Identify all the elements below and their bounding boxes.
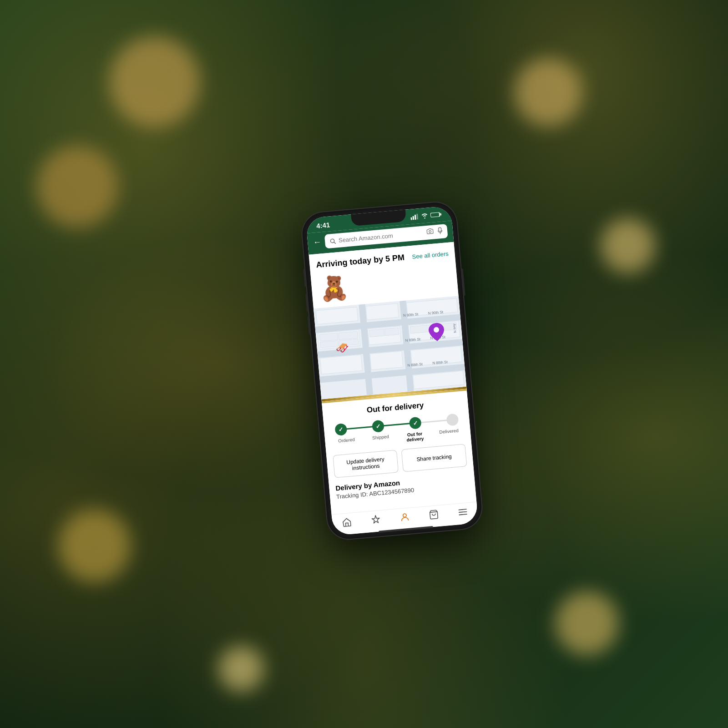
battery-icon <box>430 212 442 219</box>
status-icons <box>410 211 442 221</box>
update-delivery-button[interactable]: Update delivery instructions <box>333 450 399 478</box>
nav-cart[interactable] <box>429 509 440 520</box>
svg-rect-23 <box>370 351 403 370</box>
account-icon <box>399 512 410 523</box>
phone-wrapper: 4:41 ← <box>301 201 483 541</box>
svg-point-9 <box>429 230 431 233</box>
svg-rect-32 <box>369 329 384 337</box>
svg-rect-28 <box>319 333 338 341</box>
map-svg: N 90th St N 90th St N 89th St N 89th St … <box>313 296 466 399</box>
back-button[interactable]: ← <box>313 237 322 247</box>
nav-menu[interactable] <box>457 507 468 516</box>
nav-spark[interactable] <box>370 514 381 525</box>
scroll-content: Arriving today by 5 PM See all orders 🧸 <box>309 242 477 515</box>
scene: 4:41 ← <box>0 0 728 728</box>
svg-text:🛷: 🛷 <box>335 341 349 355</box>
svg-rect-33 <box>384 328 399 336</box>
search-input[interactable] <box>338 229 424 243</box>
progress-line-bg <box>344 420 449 430</box>
svg-rect-5 <box>440 213 441 215</box>
wifi-icon <box>421 212 429 220</box>
svg-line-48 <box>459 509 466 510</box>
label-ordered: Ordered <box>333 436 361 449</box>
delivery-card: Out for delivery ✓ ✓ ✓ <box>322 389 476 508</box>
phone-screen: 4:41 ← <box>306 206 479 536</box>
svg-line-49 <box>459 512 466 512</box>
svg-rect-0 <box>410 217 412 220</box>
svg-rect-3 <box>416 213 418 219</box>
nav-account[interactable] <box>399 512 410 523</box>
search-action-icons <box>426 227 444 237</box>
svg-rect-2 <box>415 214 416 219</box>
mic-icon[interactable] <box>437 227 443 236</box>
svg-rect-10 <box>439 228 442 232</box>
status-time: 4:41 <box>316 221 330 230</box>
label-shipped: Shipped <box>367 434 395 446</box>
label-out-for-delivery: Out for delivery <box>401 430 429 443</box>
camera-icon[interactable] <box>426 228 435 237</box>
search-icon <box>329 238 336 244</box>
menu-icon <box>457 507 468 516</box>
svg-rect-20 <box>320 355 363 374</box>
label-delivered: Delivered <box>435 428 463 440</box>
svg-text:Ave N: Ave N <box>452 324 457 333</box>
delivery-info: Delivery by Amazon Tracking ID: ABC12345… <box>335 473 469 503</box>
map-area: N 90th St N 90th St N 89th St N 89th St … <box>313 296 466 399</box>
svg-point-46 <box>403 514 406 517</box>
svg-line-50 <box>459 514 466 515</box>
see-all-orders-link[interactable]: See all orders <box>412 250 449 260</box>
nav-home[interactable] <box>341 517 352 527</box>
svg-line-8 <box>334 242 335 243</box>
svg-rect-21 <box>366 303 399 320</box>
teddy-bear-emoji: 🧸 <box>318 273 350 303</box>
step-delivered <box>446 413 459 426</box>
svg-rect-1 <box>413 216 415 220</box>
svg-line-47 <box>430 512 437 512</box>
action-buttons: Update delivery instructions Share track… <box>333 444 467 478</box>
svg-rect-6 <box>431 212 440 217</box>
product-image: 🧸 <box>317 271 351 305</box>
step-shipped: ✓ <box>372 420 384 433</box>
signal-icon <box>410 213 419 222</box>
step-ordered: ✓ <box>334 423 347 436</box>
home-icon <box>341 517 352 527</box>
step-out-for-delivery: ✓ <box>409 417 422 430</box>
cart-icon <box>429 509 440 520</box>
phone-shell: 4:41 ← <box>301 201 483 541</box>
spark-icon <box>370 514 381 525</box>
share-tracking-button[interactable]: Share tracking <box>401 444 467 472</box>
